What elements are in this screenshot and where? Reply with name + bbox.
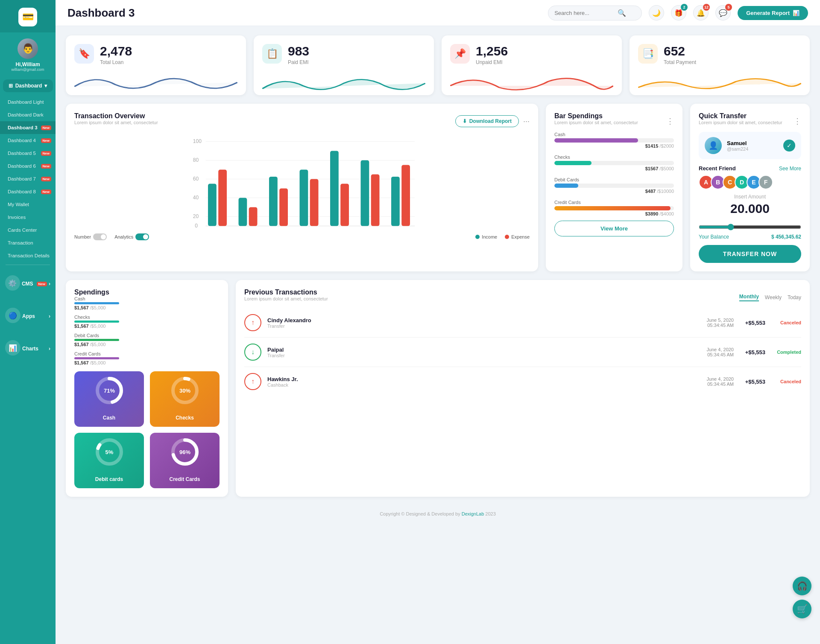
footer-brand-link[interactable]: DexignLab <box>462 511 484 516</box>
msg-badge: 5 <box>725 4 732 11</box>
sidebar-item-dashboard3[interactable]: Dashboard 3 New <box>0 121 56 134</box>
cat-cash: Cash $1,567 /$5,000 <box>74 296 220 310</box>
trans-name: Cindy Alexandro <box>267 317 311 323</box>
analytics-toggle[interactable] <box>135 233 149 240</box>
nav-label: Dashboard 4 <box>4 138 39 143</box>
svg-text:100: 100 <box>193 138 202 144</box>
amount-slider[interactable] <box>699 224 801 230</box>
sidebar-item-invoices[interactable]: Invoices <box>0 211 56 224</box>
sidebar-item-apps[interactable]: 🔵 Apps › <box>0 300 56 332</box>
trans-name: Hawkins Jr. <box>267 376 298 382</box>
tab-weekly[interactable]: Weekly <box>765 294 782 300</box>
message-icon: 💬 <box>719 9 727 17</box>
svg-rect-21 <box>269 177 278 226</box>
donut-cash-label: Cash <box>103 415 115 421</box>
search-bar[interactable]: 🔍 <box>548 6 642 20</box>
nav-label: Dashboard 5 <box>4 151 39 156</box>
stat-label: Unpaid EMI <box>476 59 508 65</box>
svg-rect-30 <box>340 184 349 226</box>
svg-rect-19 <box>208 184 217 226</box>
previous-transactions-card: Previous Transactions Lorem ipsum dolor … <box>236 280 810 497</box>
new-badge: New <box>41 138 51 143</box>
friend-avatars-row: A B C D E F <box>699 175 801 189</box>
table-row: ↑ Cindy Alexandro Transfer June 5, 2020 … <box>244 308 801 338</box>
svg-rect-28 <box>279 189 288 226</box>
sidebar-item-dashboard8[interactable]: Dashboard 8 New <box>0 185 56 198</box>
sidebar-item-charts[interactable]: 📊 Charts › <box>0 332 56 365</box>
transfer-now-button[interactable]: TRANSFER NOW <box>699 245 801 263</box>
svg-text:20: 20 <box>193 213 199 219</box>
apps-icon: 🔵 <box>5 308 20 323</box>
sidebar-item-dashboard-light[interactable]: Dashboard Light <box>0 96 56 108</box>
page-title: Dashboard 3 <box>67 6 541 20</box>
sidebar-item-dashboard-dark[interactable]: Dashboard Dark <box>0 108 56 121</box>
insert-amount-label: Insert Amount <box>699 194 801 200</box>
view-more-label: View More <box>600 225 628 232</box>
trans-icon-upload: ↑ <box>244 314 261 331</box>
sidebar-item-cards[interactable]: Cards Center <box>0 224 56 236</box>
notification-btn[interactable]: 🎁 2 <box>671 5 686 20</box>
stat-cards-row: 🔖 2,478 Total Loan 📋 983 Paid EMI <box>66 35 810 95</box>
donut-debit: 5% Debit cards <box>74 433 144 488</box>
bar-spendings-card: Bar Spendings Lorem ipsum dolor sit amet… <box>546 104 682 271</box>
balance-label: Your Balance <box>699 234 729 240</box>
tab-monthly[interactable]: Monthly <box>739 294 759 301</box>
donut-checks-label: Checks <box>176 415 194 421</box>
generate-report-button[interactable]: Generate Report 📊 <box>738 6 808 20</box>
message-btn[interactable]: 💬 5 <box>715 5 731 20</box>
cms-new-badge: New <box>37 282 47 286</box>
dashboard-grid-icon: ⊞ <box>9 83 13 89</box>
charts-label: Charts <box>22 346 38 352</box>
see-more-link[interactable]: See More <box>779 166 801 172</box>
spend-item-checks: Checks $1567 /$5000 <box>554 154 674 171</box>
trans-date: June 5, 2020 05:34:45 AM <box>706 318 734 328</box>
recent-friend-row: Recent Friend See More <box>699 165 801 172</box>
svg-text:0: 0 <box>195 223 198 228</box>
unpaid-icon: 📌 <box>450 44 470 64</box>
sidebar-item-transaction-details[interactable]: Transaction Details <box>0 249 56 262</box>
sidebar-item-dashboard5[interactable]: Dashboard 5 New <box>0 147 56 160</box>
stat-number: 2,478 <box>100 44 132 58</box>
generate-label: Generate Report <box>746 10 790 16</box>
view-more-button[interactable]: View More <box>554 221 674 236</box>
stat-card-total-loan: 🔖 2,478 Total Loan <box>66 35 246 95</box>
number-toggle[interactable] <box>93 233 107 240</box>
moon-toggle-btn[interactable]: 🌙 <box>649 5 664 20</box>
svg-text:40: 40 <box>193 195 199 201</box>
bell-btn[interactable]: 🔔 12 <box>693 5 709 20</box>
balance-value: $ 456,345.62 <box>771 234 801 240</box>
trans-icon-download: ↓ <box>244 344 261 361</box>
support-fab[interactable]: 🎧 <box>793 577 811 595</box>
friend-avatar[interactable]: F <box>758 175 773 189</box>
sidebar: 💳 👨 Hi,William william@gmail.com ⊞ Dashb… <box>0 0 56 644</box>
apps-label: Apps <box>22 313 35 319</box>
sidebar-item-dashboard4[interactable]: Dashboard 4 New <box>0 134 56 147</box>
main-content: Dashboard 3 🔍 🌙 🎁 2 🔔 12 💬 5 Generate Re… <box>56 0 820 644</box>
nav-label: Cards Center <box>4 227 51 233</box>
download-report-button[interactable]: ⬇ Download Report <box>455 115 519 127</box>
new-badge: New <box>41 151 51 156</box>
cart-fab[interactable]: 🛒 <box>793 600 811 618</box>
dashboard-dropdown-btn[interactable]: ⊞ Dashboard ▾ <box>3 79 53 92</box>
quick-transfer-more-btn[interactable]: ⋮ <box>794 117 801 126</box>
transaction-title: Transaction Overview <box>74 112 158 120</box>
bar-spendings-more-btn[interactable]: ⋮ <box>666 117 674 126</box>
trans-status: Canceled <box>771 320 801 325</box>
sidebar-item-dashboard6[interactable]: Dashboard 6 New <box>0 160 56 172</box>
transaction-subtitle: Lorem ipsum dolor sit amet, consectetur <box>74 120 158 125</box>
username-label: Hi,William <box>15 61 40 67</box>
sidebar-item-cms[interactable]: ⚙️ CMS New › <box>0 268 56 300</box>
search-input[interactable] <box>554 10 614 16</box>
sidebar-logo: 💳 <box>0 0 56 32</box>
loan-icon: 🔖 <box>74 44 94 64</box>
trans-amount: +$5,553 <box>740 320 765 326</box>
sidebar-item-dashboard7[interactable]: Dashboard 7 New <box>0 172 56 185</box>
tab-today[interactable]: Today <box>788 294 801 300</box>
more-options-button[interactable]: ··· <box>523 117 530 126</box>
sidebar-item-wallet[interactable]: My Wallet <box>0 198 56 211</box>
spending-bars: Cash $1415 /$2000 Checks $1567 /$5000 De… <box>554 132 674 216</box>
sidebar-item-transaction[interactable]: Transaction <box>0 236 56 249</box>
donut-debit-label: Debit cards <box>95 476 123 482</box>
nav-label: My Wallet <box>4 202 51 207</box>
nav-label: Transaction <box>4 240 51 245</box>
